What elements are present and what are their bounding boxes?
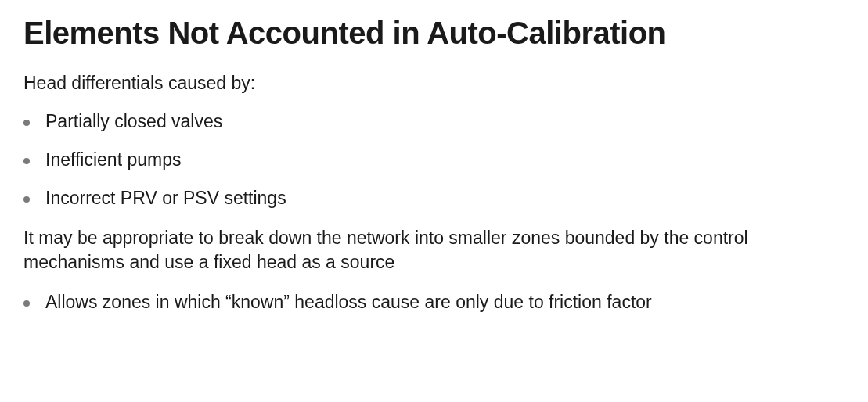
page-title: Elements Not Accounted in Auto-Calibrati… <box>23 16 845 51</box>
list-item: Incorrect PRV or PSV settings <box>23 188 845 209</box>
body-paragraph: It may be appropriate to break down the … <box>23 226 845 275</box>
notes-list: Allows zones in which “known” headloss c… <box>23 292 845 313</box>
intro-text: Head differentials caused by: <box>23 73 845 94</box>
causes-list: Partially closed valves Inefficient pump… <box>23 111 845 209</box>
list-item: Inefficient pumps <box>23 149 845 170</box>
list-item: Partially closed valves <box>23 111 845 132</box>
list-item: Allows zones in which “known” headloss c… <box>23 292 845 313</box>
